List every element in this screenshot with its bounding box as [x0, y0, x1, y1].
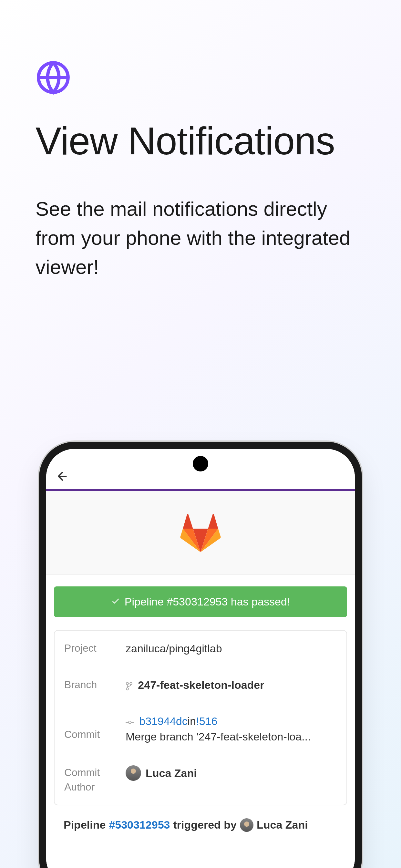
project-value[interactable]: zaniluca/ping4gitlab [126, 641, 337, 656]
branch-label: Branch [64, 678, 126, 692]
page-title: View Notifications [35, 120, 366, 162]
svg-point-3 [126, 682, 128, 685]
svg-point-6 [128, 721, 131, 724]
commit-message: Merge branch '247-feat-skeleton-loa... [126, 729, 337, 745]
pipeline-status-banner: Pipeline #530312953 has passed! [54, 586, 347, 617]
branch-value[interactable]: 247-feat-skeleton-loader [126, 678, 337, 693]
svg-point-4 [130, 682, 132, 685]
phone-camera [193, 456, 208, 471]
globe-icon [35, 60, 71, 95]
author-row: Commit Author Luca Zani [55, 755, 346, 805]
status-text: Pipeline #530312953 has passed! [125, 595, 290, 608]
commit-value: b31944dcin!516 Merge branch '247-feat-sk… [126, 714, 337, 744]
branch-row: Branch 247-feat-skeleton-loader [55, 667, 346, 704]
commit-icon [126, 716, 136, 727]
project-label: Project [64, 641, 126, 655]
commit-label: Commit [64, 714, 126, 742]
check-icon [111, 595, 120, 608]
pipeline-footer: Pipeline #530312953 triggered by Luca Za… [54, 818, 347, 832]
project-row: Project zaniluca/ping4gitlab [55, 631, 346, 667]
author-avatar [126, 765, 141, 781]
author-value[interactable]: Luca Zani [126, 765, 337, 781]
gitlab-logo-icon [180, 514, 221, 552]
gitlab-banner [46, 491, 355, 575]
branch-icon [126, 680, 135, 691]
phone-mockup: Pipeline #530312953 has passed! Project … [39, 442, 362, 868]
pipeline-info-card: Project zaniluca/ping4gitlab Branch [54, 630, 347, 805]
triggered-by-avatar [240, 818, 253, 832]
commit-hash-link[interactable]: b31944dc [139, 715, 187, 727]
back-icon[interactable] [56, 470, 69, 486]
pipeline-id-link[interactable]: #530312953 [109, 818, 170, 831]
author-label: Commit Author [64, 765, 126, 795]
page-subtitle: See the mail notifications directly from… [35, 194, 366, 282]
commit-row: Commit b31944dcin!516 [55, 703, 346, 755]
svg-point-5 [126, 687, 128, 690]
merge-request-link[interactable]: !516 [196, 715, 217, 727]
